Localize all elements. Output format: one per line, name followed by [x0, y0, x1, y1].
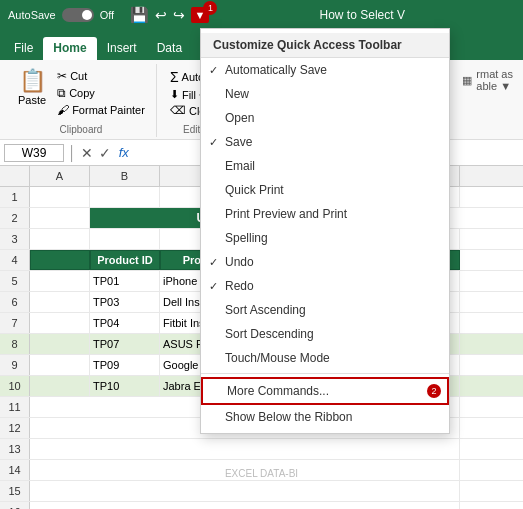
touch-mouse-option-label: Touch/Mouse Mode	[225, 351, 330, 365]
table-row: 13	[0, 439, 523, 460]
formula-icons: ✕ ✓	[81, 145, 111, 161]
cut-icon: ✂	[57, 69, 67, 83]
dropdown-item-email[interactable]: Email	[201, 154, 449, 178]
quick-access-toolbar-dropdown: Customize Quick Access Toolbar Automatic…	[200, 28, 450, 434]
cell-a8[interactable]	[30, 334, 90, 354]
cell-a3[interactable]	[30, 229, 90, 249]
save-icon[interactable]: 💾	[130, 6, 149, 24]
row-header-4: 4	[0, 250, 30, 270]
clipboard-group: 📋 Paste ✂ Cut ⧉ Copy 🖌 Format Painter Cl…	[6, 64, 157, 137]
formula-sep: │	[68, 145, 77, 161]
corner-cell	[0, 166, 30, 186]
cut-label: Cut	[70, 70, 87, 82]
col-header-b[interactable]: B	[90, 166, 160, 186]
paste-icon: 📋	[19, 70, 46, 92]
dropdown-item-touch-mouse[interactable]: Touch/Mouse Mode	[201, 346, 449, 370]
cell-b1[interactable]	[90, 187, 160, 207]
title-bar: AutoSave Off 💾 ↩ ↪ ▼ 1 How to Select V	[0, 0, 523, 30]
cell-b9[interactable]: TP09	[90, 355, 160, 375]
row-header-2: 2	[0, 208, 30, 228]
row-header-12: 12	[0, 418, 30, 438]
dropdown-item-print-preview[interactable]: Print Preview and Print	[201, 202, 449, 226]
row-header-9: 9	[0, 355, 30, 375]
dropdown-item-sort-desc[interactable]: Sort Descending	[201, 322, 449, 346]
dropdown-item-new[interactable]: New	[201, 82, 449, 106]
cell-a9[interactable]	[30, 355, 90, 375]
dropdown-item-open[interactable]: Open	[201, 106, 449, 130]
tab-insert[interactable]: Insert	[97, 37, 147, 60]
more-commands-option-label: More Commands...	[227, 384, 329, 398]
new-option-label: New	[225, 87, 249, 101]
format-painter-button[interactable]: 🖌 Format Painter	[54, 102, 148, 118]
cancel-formula-icon[interactable]: ✕	[81, 145, 93, 161]
title-bar-left: AutoSave Off 💾 ↩ ↪ ▼ 1	[8, 6, 209, 24]
table-row: 16	[0, 502, 523, 509]
cell-b5[interactable]: TP01	[90, 271, 160, 291]
format-painter-label: Format Painter	[72, 104, 145, 116]
dropdown-item-quick-print[interactable]: Quick Print	[201, 178, 449, 202]
cell-a5[interactable]	[30, 271, 90, 291]
row-header-6: 6	[0, 292, 30, 312]
dropdown-item-save[interactable]: Save	[201, 130, 449, 154]
cell-a4[interactable]	[30, 250, 90, 270]
tab-file[interactable]: File	[4, 37, 43, 60]
cut-button[interactable]: ✂ Cut	[54, 68, 148, 84]
paste-label: Paste	[18, 94, 46, 106]
copy-button[interactable]: ⧉ Copy	[54, 85, 148, 101]
autosave-option-label: Automatically Save	[225, 63, 327, 77]
dropdown-item-autosave[interactable]: Automatically Save	[201, 58, 449, 82]
row-header-8: 8	[0, 334, 30, 354]
cell-row15[interactable]	[30, 481, 460, 501]
clipboard-label: Clipboard	[60, 122, 103, 135]
cell-b7[interactable]: TP04	[90, 313, 160, 333]
confirm-formula-icon[interactable]: ✓	[99, 145, 111, 161]
autosave-label: AutoSave	[8, 9, 56, 21]
fx-label[interactable]: fx	[119, 145, 129, 160]
watermark: EXCEL DATA-BI	[225, 468, 298, 479]
toggle-state-label: Off	[100, 9, 114, 21]
cell-a6[interactable]	[30, 292, 90, 312]
cell-row16[interactable]	[30, 502, 460, 509]
show-below-ribbon-option-label: Show Below the Ribbon	[225, 410, 352, 424]
dropdown-item-more-commands[interactable]: More Commands... 2	[201, 377, 449, 405]
autosum-icon: Σ	[170, 69, 179, 85]
tab-home[interactable]: Home	[43, 37, 96, 60]
clear-icon: ⌫	[170, 104, 186, 117]
cell-b4[interactable]: Product ID	[90, 250, 160, 270]
name-box[interactable]	[4, 144, 64, 162]
cell-b6[interactable]: TP03	[90, 292, 160, 312]
copy-label: Copy	[69, 87, 95, 99]
dropdown-item-show-below-ribbon[interactable]: Show Below the Ribbon	[201, 405, 449, 429]
paste-button[interactable]: 📋 Paste	[14, 68, 50, 108]
save-option-label: Save	[225, 135, 252, 149]
badge-2: 2	[427, 384, 441, 398]
row-header-1: 1	[0, 187, 30, 207]
cell-row13[interactable]	[30, 439, 460, 459]
autosave-toggle[interactable]	[62, 8, 94, 22]
fill-icon: ⬇	[170, 88, 179, 101]
cell-a7[interactable]	[30, 313, 90, 333]
cell-a10[interactable]	[30, 376, 90, 396]
cell-b3[interactable]	[90, 229, 160, 249]
tab-data[interactable]: Data	[147, 37, 192, 60]
dropdown-item-undo[interactable]: Undo	[201, 250, 449, 274]
cell-a2[interactable]	[30, 208, 90, 228]
cell-b8[interactable]: TP07	[90, 334, 160, 354]
undo-option-label: Undo	[225, 255, 254, 269]
undo-icon[interactable]: ↩	[155, 7, 167, 23]
dropdown-item-sort-asc[interactable]: Sort Ascending	[201, 298, 449, 322]
sort-desc-option-label: Sort Descending	[225, 327, 314, 341]
col-header-a[interactable]: A	[30, 166, 90, 186]
redo-icon[interactable]: ↪	[173, 7, 185, 23]
format-painter-icon: 🖌	[57, 103, 69, 117]
format-as-table-area: ▦ rmat asable ▼	[458, 64, 517, 96]
print-preview-option-label: Print Preview and Print	[225, 207, 347, 221]
row-header-13: 13	[0, 439, 30, 459]
cell-a1[interactable]	[30, 187, 90, 207]
quick-access-dropdown[interactable]: ▼ 1	[191, 7, 210, 23]
dropdown-item-spelling[interactable]: Spelling	[201, 226, 449, 250]
dropdown-item-redo[interactable]: Redo	[201, 274, 449, 298]
row-header-7: 7	[0, 313, 30, 333]
table-row: 15	[0, 481, 523, 502]
cell-b10[interactable]: TP10	[90, 376, 160, 396]
